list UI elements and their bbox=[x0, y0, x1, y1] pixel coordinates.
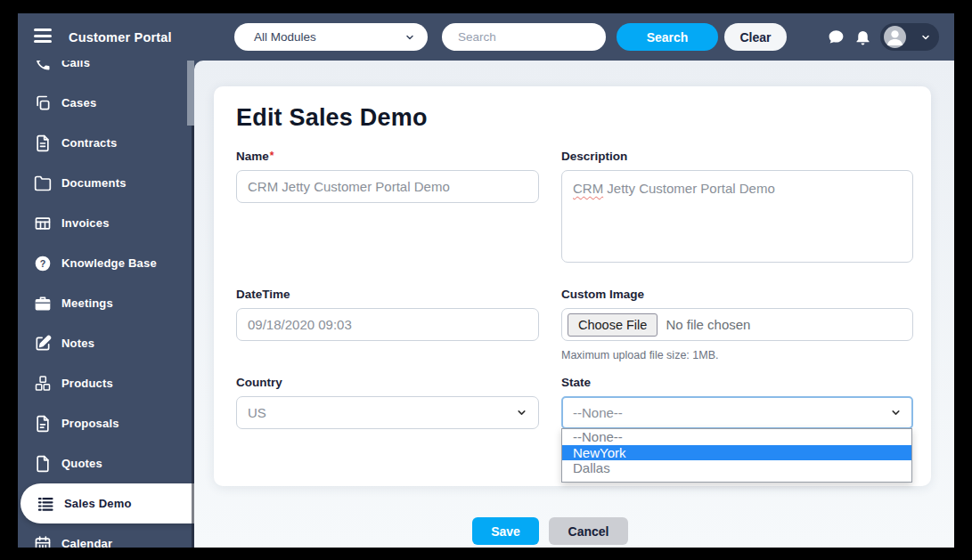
state-option[interactable]: --None-- bbox=[562, 429, 911, 445]
sidebar-item-label: Documents bbox=[61, 176, 127, 190]
state-label: State bbox=[561, 376, 913, 389]
name-label: Name* bbox=[236, 150, 539, 163]
name-input[interactable] bbox=[236, 170, 539, 203]
search-box bbox=[442, 23, 606, 51]
state-dropdown-list: --None--NewYorkDallas bbox=[561, 428, 912, 483]
sidebar-item-sales-demo[interactable]: Sales Demo bbox=[20, 483, 194, 523]
state-select-value: --None-- bbox=[573, 405, 623, 420]
sidebar-item-invoices[interactable]: Invoices bbox=[18, 203, 194, 243]
bell-icon[interactable] bbox=[854, 28, 872, 46]
chevron-down-icon bbox=[516, 407, 527, 418]
sidebar-item-proposals[interactable]: Proposals bbox=[18, 403, 194, 443]
file-text-icon bbox=[34, 134, 52, 152]
sidebar-item-products[interactable]: Products bbox=[18, 363, 194, 403]
sidebar-item-label: Quotes bbox=[61, 457, 102, 470]
sidebar-item-documents[interactable]: Documents bbox=[18, 163, 194, 203]
svg-text:?: ? bbox=[40, 257, 46, 268]
state-select[interactable]: --None-- bbox=[561, 396, 913, 429]
top-navbar: Customer Portal All Modules Search Clear bbox=[18, 13, 954, 61]
sidebar-item-label: Knowledge Base bbox=[61, 256, 157, 270]
sidebar-item-label: Contracts bbox=[61, 136, 117, 150]
copy-icon bbox=[34, 94, 52, 112]
module-select[interactable]: All Modules bbox=[234, 23, 428, 51]
sidebar-item-quotes[interactable]: Quotes bbox=[18, 443, 194, 483]
chevron-down-icon bbox=[920, 32, 931, 43]
sidebar-item-contracts[interactable]: Contracts bbox=[18, 123, 194, 163]
app-title: Customer Portal bbox=[69, 30, 172, 45]
sidebar-item-calls[interactable]: Calls bbox=[18, 61, 194, 83]
list-icon bbox=[37, 495, 54, 513]
sidebar-item-label: Cases bbox=[61, 96, 96, 110]
country-select-value: US bbox=[248, 405, 266, 420]
chat-icon[interactable] bbox=[827, 28, 845, 46]
briefcase-icon bbox=[34, 295, 52, 312]
folder-icon bbox=[34, 174, 52, 192]
sidebar-item-label: Products bbox=[61, 377, 113, 390]
sidebar-item-label: Meetings bbox=[61, 296, 113, 310]
chevron-down-icon bbox=[890, 407, 902, 418]
clear-button[interactable]: Clear bbox=[724, 23, 787, 51]
cancel-button[interactable]: Cancel bbox=[549, 517, 628, 545]
datetime-input[interactable] bbox=[236, 308, 539, 341]
menu-icon[interactable] bbox=[34, 28, 52, 45]
country-select[interactable]: US bbox=[236, 396, 539, 429]
page-title: Edit Sales Demo bbox=[236, 104, 428, 132]
search-input[interactable] bbox=[458, 30, 590, 44]
country-label: Country bbox=[236, 376, 539, 389]
description-textarea[interactable]: CRM Jetty Customer Portal Demo bbox=[561, 170, 913, 263]
sidebar-scrollbar[interactable] bbox=[187, 61, 194, 126]
search-button[interactable]: Search bbox=[617, 23, 718, 51]
table-icon bbox=[34, 215, 52, 232]
sidebar: CallsCasesContractsDocumentsInvoices?Kno… bbox=[18, 61, 194, 548]
sidebar-item-label: Sales Demo bbox=[64, 497, 132, 510]
custom-image-label: Custom Image bbox=[561, 288, 913, 301]
edit-icon bbox=[34, 335, 52, 353]
sidebar-item-cases[interactable]: Cases bbox=[18, 83, 194, 123]
file-icon bbox=[34, 455, 52, 473]
sidebar-item-label: Invoices bbox=[61, 216, 110, 230]
sidebar-item-label: Proposals bbox=[61, 417, 119, 430]
state-option[interactable]: Dallas bbox=[562, 460, 911, 476]
file-help-text: Maximum upload file size: 1MB. bbox=[561, 349, 913, 361]
datetime-label: DateTime bbox=[236, 288, 539, 301]
user-menu[interactable] bbox=[880, 23, 939, 51]
file-lines-icon bbox=[34, 415, 52, 433]
app-window: Customer Portal All Modules Search Clear… bbox=[18, 13, 954, 548]
choose-file-button[interactable]: Choose File bbox=[568, 313, 658, 337]
sidebar-item-notes[interactable]: Notes bbox=[18, 323, 194, 363]
sidebar-item-label: Calls bbox=[61, 61, 90, 69]
calendar-icon bbox=[34, 535, 52, 548]
sidebar-item-label: Calendar bbox=[61, 537, 112, 548]
save-button[interactable]: Save bbox=[472, 517, 539, 545]
sidebar-item-calendar[interactable]: Calendar bbox=[18, 523, 194, 548]
sidebar-item-meetings[interactable]: Meetings bbox=[18, 283, 194, 323]
avatar bbox=[884, 26, 906, 48]
module-select-value: All Modules bbox=[254, 30, 316, 44]
chevron-down-icon bbox=[404, 32, 415, 43]
cubes-icon bbox=[34, 375, 52, 393]
file-input[interactable]: Choose File No file chosen bbox=[561, 308, 913, 341]
file-status-text: No file chosen bbox=[666, 317, 750, 332]
question-circle-icon: ? bbox=[34, 255, 52, 272]
phone-icon bbox=[34, 61, 52, 72]
main-content: Edit Sales Demo Name* Description CRM Je… bbox=[194, 61, 954, 548]
required-asterisk: * bbox=[270, 150, 274, 162]
sidebar-item-label: Notes bbox=[61, 337, 94, 350]
state-option[interactable]: NewYork bbox=[562, 445, 911, 461]
description-label: Description bbox=[561, 150, 913, 163]
sidebar-item-knowledge-base[interactable]: ?Knowledge Base bbox=[18, 243, 194, 283]
edit-form-card: Edit Sales Demo Name* Description CRM Je… bbox=[214, 86, 931, 486]
